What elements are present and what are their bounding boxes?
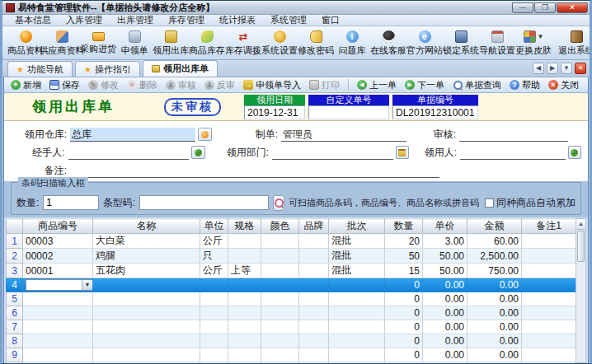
cell-color[interactable] — [261, 234, 299, 249]
cell-color[interactable] — [261, 320, 299, 334]
tab-0[interactable]: ★功能导航 — [7, 61, 73, 77]
cell-unit[interactable] — [200, 348, 228, 362]
cell-note[interactable] — [522, 348, 576, 362]
cell-price[interactable]: 0.00 — [423, 306, 467, 320]
cell-spec[interactable] — [228, 320, 261, 334]
doc-button-next[interactable]: ▶下一单 — [402, 78, 448, 92]
cell-unit[interactable] — [200, 334, 228, 348]
tab-scroll-right-icon[interactable]: ▶ — [547, 63, 558, 74]
table-row[interactable]: 700.000.00 — [7, 320, 576, 334]
menu-item-5[interactable]: 系统管理 — [263, 14, 314, 26]
cell-spec[interactable]: 上等 — [228, 264, 261, 278]
date-field[interactable]: 2019-12-31 — [244, 105, 305, 119]
recipient-field[interactable] — [460, 146, 565, 160]
toolbar-button-purchase-truck[interactable]: 采购进货 — [80, 28, 116, 58]
cell-brand[interactable] — [299, 264, 329, 278]
cell-qty[interactable]: 0 — [385, 334, 423, 348]
cell-note[interactable] — [522, 249, 576, 264]
custom-no-field[interactable] — [308, 105, 389, 119]
cell-spec[interactable] — [228, 348, 261, 362]
cell-amount[interactable]: 0.00 — [467, 278, 522, 292]
department-field[interactable] — [272, 146, 393, 160]
recipient-picker-button[interactable] — [568, 146, 581, 159]
menu-item-1[interactable]: 入库管理 — [59, 14, 110, 26]
cell-spec[interactable] — [228, 334, 261, 348]
code-combo-editor[interactable]: ▼ — [26, 279, 93, 291]
cell-name[interactable]: 鸡腿 — [93, 249, 200, 264]
cell-code[interactable] — [23, 348, 93, 362]
cell-amount[interactable]: 0.00 — [467, 306, 522, 320]
cell-price[interactable]: 0.00 — [423, 320, 467, 334]
cell-amount[interactable]: 0.00 — [467, 348, 522, 362]
cell-batch[interactable]: 混批 — [329, 264, 385, 278]
warehouse-field[interactable]: 总库 — [70, 128, 195, 142]
cell-price[interactable]: 0.00 — [423, 278, 467, 292]
barcode-search-button[interactable] — [273, 195, 284, 211]
cell-color[interactable] — [261, 264, 299, 278]
cell-qty[interactable]: 0 — [385, 292, 423, 306]
cell-brand[interactable] — [299, 234, 329, 249]
cell-qty[interactable]: 0 — [385, 348, 423, 362]
cell-price[interactable]: 50.00 — [423, 264, 467, 278]
cell-unit[interactable] — [200, 306, 228, 320]
cell-price[interactable]: 0.00 — [423, 292, 467, 306]
note-field[interactable] — [70, 164, 439, 178]
cell-brand[interactable] — [299, 292, 329, 306]
combo-dropdown-icon[interactable]: ▼ — [82, 280, 92, 290]
cell-note[interactable] — [522, 334, 576, 348]
toolbar-button-suppliers[interactable]: 供应商资料 — [44, 28, 80, 58]
table-row[interactable]: 900.000.00 — [7, 348, 576, 362]
table-row[interactable]: 300001五花肉公斤上等混批1550.00750.00 — [7, 264, 576, 278]
toolbar-button-outbound-cart[interactable]: 领用出库 — [153, 28, 189, 58]
menu-item-6[interactable]: 窗口 — [314, 14, 347, 26]
close-button[interactable]: ✕ — [557, 2, 588, 13]
cell-price[interactable]: 3.00 — [423, 234, 467, 249]
table-row[interactable]: 4▼00.000.00 — [7, 278, 576, 292]
cell-brand[interactable] — [299, 320, 329, 334]
cell-batch[interactable]: 混批 — [329, 234, 385, 249]
cell-unit[interactable]: 只 — [200, 249, 228, 264]
toolbar-button-nav-settings[interactable]: 导航设置 — [479, 28, 515, 58]
scrollbar-up-icon[interactable]: ▲ — [576, 219, 585, 230]
doc-button-add[interactable]: +新增 — [7, 78, 45, 92]
cell-price[interactable]: 0.00 — [423, 348, 467, 362]
doc-button-query[interactable]: 单据查询 — [449, 78, 505, 92]
table-row[interactable]: 800.000.00 — [7, 334, 576, 348]
tab-pin-icon[interactable]: ▼ — [561, 63, 572, 74]
doc-button-prev[interactable]: ◀上一单 — [354, 78, 400, 92]
cell-name[interactable] — [93, 292, 200, 306]
cell-price[interactable]: 50.00 — [423, 249, 467, 264]
accumulate-checkbox[interactable] — [485, 198, 494, 208]
cell-name[interactable]: 五花肉 — [93, 264, 200, 278]
toolbar-button-request-form[interactable]: 申领单 — [116, 28, 153, 58]
doc-button-import[interactable]: →申领单导入 — [240, 78, 304, 92]
cell-amount[interactable]: 0.00 — [467, 334, 522, 348]
menu-item-0[interactable]: 基本信息 — [7, 14, 59, 26]
cell-batch[interactable] — [329, 320, 385, 334]
cell-color[interactable] — [261, 334, 299, 348]
cell-code[interactable] — [23, 334, 93, 348]
cell-note[interactable] — [522, 278, 576, 292]
cell-amount[interactable]: 0.00 — [467, 320, 522, 334]
cell-batch[interactable] — [329, 306, 385, 320]
cell-unit[interactable] — [200, 278, 228, 292]
cell-code[interactable]: 00003 — [23, 234, 93, 249]
table-row[interactable]: 500.000.00 — [7, 292, 576, 306]
cell-qty[interactable]: 15 — [385, 264, 423, 278]
combo-field[interactable] — [26, 280, 82, 290]
table-row[interactable]: 200002鸡腿只混批5050.002,500.00 — [7, 249, 576, 264]
table-row[interactable]: 600.000.00 — [7, 306, 576, 320]
cell-spec[interactable] — [228, 249, 261, 264]
cell-code[interactable] — [23, 320, 93, 334]
grid-scrollbar[interactable]: ▲ — [576, 218, 586, 363]
cell-note[interactable] — [522, 292, 576, 306]
cell-batch[interactable] — [329, 278, 385, 292]
cell-batch[interactable] — [329, 334, 385, 348]
barcode-qty-input[interactable]: 1 — [43, 195, 99, 210]
cell-color[interactable] — [261, 348, 299, 362]
toolbar-button-faq[interactable]: i问题库 — [334, 28, 370, 58]
cell-unit[interactable]: 公斤 — [200, 264, 228, 278]
cell-qty[interactable]: 0 — [385, 320, 423, 334]
cell-amount[interactable]: 2,500.00 — [467, 249, 522, 264]
cell-color[interactable] — [261, 292, 299, 306]
